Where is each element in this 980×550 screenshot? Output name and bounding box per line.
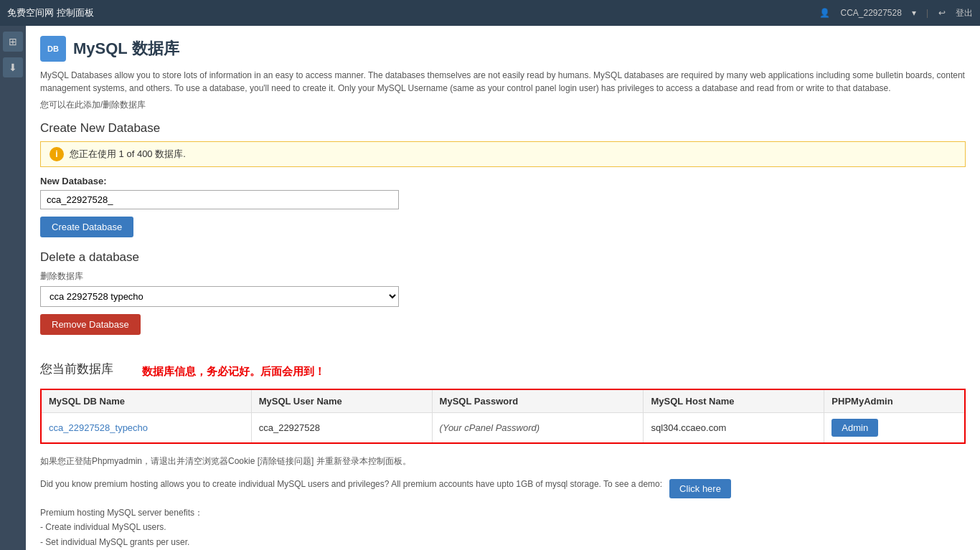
delete-db-select[interactable]: cca 22927528 typecho bbox=[40, 286, 399, 307]
username: CCA_22927528 bbox=[840, 8, 901, 18]
logout-icon: ↩ bbox=[938, 8, 946, 18]
page-title: MySQL 数据库 bbox=[73, 38, 179, 60]
main-content: DB MySQL 数据库 MySQL Databases allow you t… bbox=[26, 26, 980, 550]
cell-password: (Your cPanel Password) bbox=[432, 413, 644, 444]
current-db-heading: 您当前数据库 bbox=[40, 361, 113, 377]
info-box: i 您正在使用 1 of 400 数据库. bbox=[40, 141, 966, 167]
create-heading: Create New Database bbox=[40, 121, 966, 136]
benefit-2: - Set individual MySQL grants per user. bbox=[40, 537, 189, 547]
delete-label: 删除数据库 bbox=[40, 270, 966, 283]
cell-db-name: cca_22927528_typecho bbox=[41, 413, 251, 444]
delete-heading: Delete a database bbox=[40, 250, 966, 265]
info-text: 您正在使用 1 of 400 数据库. bbox=[70, 148, 186, 161]
premium-benefits: Premium hosting MySQL server benefits： -… bbox=[40, 506, 966, 550]
col-phpmyadmin: PHPMyAdmin bbox=[824, 389, 965, 413]
benefits-title: Premium hosting MySQL server benefits： bbox=[40, 508, 203, 518]
topbar: 免费空间网 控制面板 👤 CCA_22927528 ▾ | ↩ 登出 bbox=[0, 0, 980, 26]
grid-icon[interactable]: ⊞ bbox=[3, 32, 23, 52]
logout-button[interactable]: 登出 bbox=[956, 7, 973, 19]
benefit-1: - Create individual MySQL users. bbox=[40, 522, 166, 532]
col-host-name: MySQL Host Name bbox=[644, 389, 824, 413]
cell-user-name: cca_22927528 bbox=[251, 413, 432, 444]
mysql-icon: DB bbox=[40, 36, 66, 62]
brand-text: 免费空间网 控制面板 bbox=[7, 6, 94, 19]
click-here-button[interactable]: Click here bbox=[669, 479, 731, 498]
cell-host: sql304.ccaeo.com bbox=[644, 413, 824, 444]
info-icon: i bbox=[50, 147, 64, 161]
new-database-label: New Database: bbox=[40, 176, 966, 186]
admin-button[interactable]: Admin bbox=[831, 419, 878, 437]
new-database-input[interactable] bbox=[40, 190, 399, 209]
user-icon: 👤 bbox=[819, 8, 830, 18]
db-table: MySQL DB Name MySQL User Name MySQL Pass… bbox=[40, 389, 966, 444]
col-user-name: MySQL User Name bbox=[251, 389, 432, 413]
col-password: MySQL Password bbox=[432, 389, 644, 413]
description: MySQL Databases allow you to store lots … bbox=[40, 69, 966, 95]
user-dropdown-icon[interactable]: ▾ bbox=[912, 8, 916, 18]
col-db-name: MySQL DB Name bbox=[41, 389, 251, 413]
table-row: cca_22927528_typecho cca_22927528 (Your … bbox=[41, 413, 965, 444]
reminder-text: 数据库信息，务必记好。后面会用到！ bbox=[142, 365, 325, 379]
cell-admin: Admin bbox=[824, 413, 965, 444]
promo-text: Did you know premium hosting allows you … bbox=[40, 479, 662, 489]
sidebar: ⊞ ⬇ bbox=[0, 26, 26, 550]
download-icon[interactable]: ⬇ bbox=[3, 57, 23, 77]
create-database-button[interactable]: Create Database bbox=[40, 217, 133, 237]
notice-text: 如果您正登陆Phpmyadmin，请退出并清空浏览器Cookie [清除链接问题… bbox=[40, 455, 966, 468]
premium-section: Did you know premium hosting allows you … bbox=[40, 479, 966, 550]
subtitle: 您可以在此添加/删除数据库 bbox=[40, 99, 966, 111]
separator: | bbox=[926, 8, 928, 18]
remove-database-button[interactable]: Remove Database bbox=[40, 314, 141, 335]
